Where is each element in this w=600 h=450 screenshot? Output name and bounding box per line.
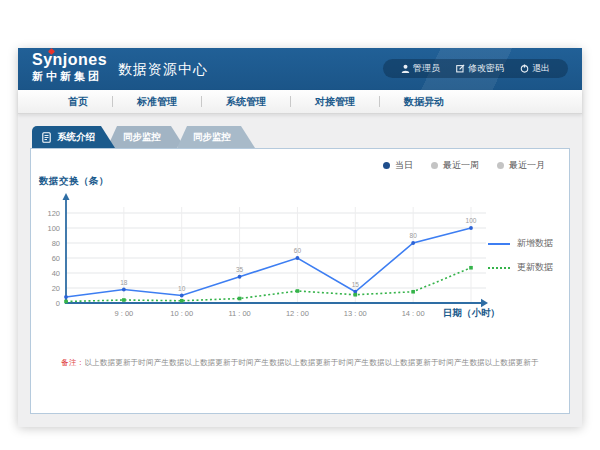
tab-label: 系统介绍 bbox=[57, 131, 95, 144]
legend-item-new-data[interactable]: 新增数据 bbox=[488, 237, 553, 250]
svg-text:9 : 00: 9 : 00 bbox=[114, 309, 133, 318]
svg-text:10: 10 bbox=[178, 285, 186, 292]
solid-line-swatch-icon bbox=[488, 243, 510, 245]
svg-text:60: 60 bbox=[52, 254, 60, 263]
range-option-today[interactable]: 当日 bbox=[383, 159, 413, 172]
legend-item-updated-data[interactable]: 更新数据 bbox=[488, 261, 553, 274]
chart-legend: 新增数据 更新数据 bbox=[488, 237, 553, 285]
svg-text:0: 0 bbox=[56, 299, 60, 308]
footnote: 备注：以上数据更新于时间产生数据以上数据更新于时间产生数据以上数据更新于时间产生… bbox=[31, 358, 569, 368]
app-header: Synjones 新中新集团 数据资源中心 管理员 修改密码 bbox=[18, 48, 582, 90]
user-pill: 管理员 修改密码 退出 bbox=[383, 59, 568, 78]
chart-panel: 当日 最近一周 最近一月 数据交换（条） bbox=[30, 148, 570, 414]
svg-text:80: 80 bbox=[410, 232, 418, 239]
range-option-last-week[interactable]: 最近一周 bbox=[431, 159, 479, 172]
main-nav: 首页 标准管理 系统管理 对接管理 数据异动 bbox=[18, 90, 582, 114]
svg-text:10 : 00: 10 : 00 bbox=[170, 309, 193, 318]
company-logo: Synjones 新中新集团 bbox=[32, 52, 107, 82]
svg-text:20: 20 bbox=[52, 284, 60, 293]
range-label: 当日 bbox=[395, 159, 413, 172]
page-title: 数据资源中心 bbox=[118, 61, 208, 79]
nav-item-system[interactable]: 系统管理 bbox=[202, 95, 290, 109]
svg-text:60: 60 bbox=[294, 247, 302, 254]
y-axis-title: 数据交换（条） bbox=[39, 175, 109, 188]
nav-item-standards[interactable]: 标准管理 bbox=[113, 95, 201, 109]
svg-text:11 : 00: 11 : 00 bbox=[228, 309, 250, 318]
svg-text:100: 100 bbox=[47, 224, 60, 233]
tab-system-intro[interactable]: 系统介绍 bbox=[32, 126, 115, 148]
line-chart: 0204060801001209 : 0010 : 0011 : 0012 : … bbox=[41, 193, 501, 328]
svg-text:80: 80 bbox=[52, 239, 60, 248]
nav-item-home[interactable]: 首页 bbox=[44, 95, 112, 109]
chart-tick-labels: 0204060801001209 : 0010 : 0011 : 0012 : … bbox=[47, 209, 424, 318]
chart-series: 181035601580100 bbox=[64, 217, 477, 303]
admin-user-button[interactable]: 管理员 bbox=[393, 62, 448, 75]
time-range-group: 当日 最近一周 最近一月 bbox=[365, 159, 545, 172]
nav-item-data-change[interactable]: 数据异动 bbox=[380, 95, 468, 109]
svg-text:35: 35 bbox=[236, 266, 244, 273]
range-option-last-month[interactable]: 最近一月 bbox=[497, 159, 545, 172]
range-label: 最近一周 bbox=[443, 159, 479, 172]
logout-label: 退出 bbox=[532, 62, 550, 75]
legend-label: 新增数据 bbox=[517, 237, 553, 250]
svg-text:14 : 00: 14 : 00 bbox=[402, 309, 425, 318]
edit-icon bbox=[456, 64, 465, 73]
admin-user-label: 管理员 bbox=[413, 62, 440, 75]
radio-icon bbox=[431, 162, 438, 169]
logout-icon bbox=[520, 64, 529, 73]
footnote-prefix: 备注： bbox=[61, 358, 84, 367]
svg-text:13 : 00: 13 : 00 bbox=[344, 309, 367, 318]
document-icon bbox=[42, 132, 51, 143]
logout-button[interactable]: 退出 bbox=[512, 62, 558, 75]
svg-text:100: 100 bbox=[466, 217, 477, 224]
tab-label: 同步监控 bbox=[193, 131, 231, 144]
screenshot-stage: Synjones 新中新集团 数据资源中心 管理员 修改密码 bbox=[0, 0, 600, 450]
nav-item-interface[interactable]: 对接管理 bbox=[291, 95, 379, 109]
tab-sync-monitor-1[interactable]: 同步监控 bbox=[107, 126, 185, 148]
change-password-button[interactable]: 修改密码 bbox=[448, 62, 512, 75]
svg-text:120: 120 bbox=[47, 209, 60, 218]
svg-text:15: 15 bbox=[352, 281, 360, 288]
svg-text:12 : 00: 12 : 00 bbox=[286, 309, 309, 318]
chart-gridlines bbox=[66, 207, 486, 303]
legend-label: 更新数据 bbox=[517, 261, 553, 274]
tab-bar: 系统介绍 同步监控 同步监控 bbox=[32, 126, 255, 148]
svg-text:18: 18 bbox=[120, 279, 128, 286]
radio-icon bbox=[497, 162, 504, 169]
tab-label: 同步监控 bbox=[123, 131, 161, 144]
radio-selected-icon bbox=[383, 162, 390, 169]
tab-sync-monitor-2[interactable]: 同步监控 bbox=[177, 126, 255, 148]
change-password-label: 修改密码 bbox=[468, 62, 504, 75]
user-icon bbox=[401, 64, 410, 73]
app-window: Synjones 新中新集团 数据资源中心 管理员 修改密码 bbox=[18, 48, 582, 426]
range-label: 最近一月 bbox=[509, 159, 545, 172]
dotted-line-swatch-icon bbox=[488, 267, 510, 269]
logo-primary: Synjones bbox=[32, 52, 107, 68]
content-area: 系统介绍 同步监控 同步监控 当日 最近一周 bbox=[18, 114, 582, 427]
logo-secondary: 新中新集团 bbox=[32, 71, 107, 82]
footnote-text: 以上数据更新于时间产生数据以上数据更新于时间产生数据以上数据更新于时间产生数据以… bbox=[84, 358, 538, 367]
svg-text:40: 40 bbox=[52, 269, 60, 278]
